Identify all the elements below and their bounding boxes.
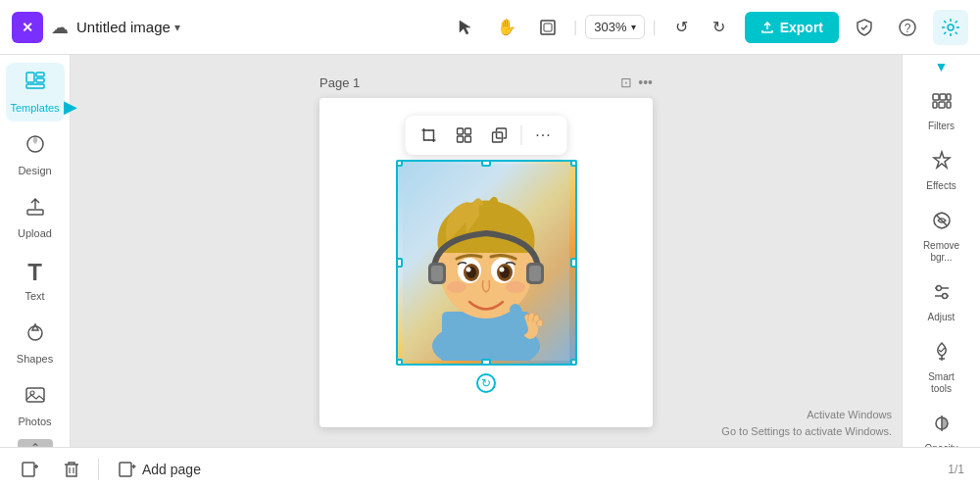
hand-tool-button[interactable]: ✋ (489, 10, 524, 45)
right-panel-arrow: ▼ (935, 59, 949, 74)
handle-bottom-middle[interactable] (481, 359, 491, 366)
sidebar-collapse-button[interactable]: ⌃ (18, 439, 53, 447)
svg-rect-7 (36, 78, 44, 82)
topbar-right: Export ? (745, 10, 968, 45)
svg-point-42 (500, 268, 505, 272)
sidebar-item-templates[interactable]: Templates (6, 63, 65, 122)
svg-point-56 (942, 294, 947, 299)
crop-button[interactable] (414, 120, 445, 151)
selected-image[interactable] (396, 160, 577, 366)
activate-line1: Activate Windows (721, 407, 892, 423)
panel-item-remove-bg[interactable]: Remove bgr... (908, 202, 975, 271)
frame-icon (539, 19, 557, 36)
handle-middle-left[interactable] (396, 258, 403, 268)
sidebar-item-shapes[interactable]: Shapes (6, 314, 65, 372)
position-icon (457, 127, 472, 143)
shapes-icon (24, 321, 46, 349)
svg-rect-48 (947, 94, 951, 100)
handle-top-right[interactable] (570, 160, 577, 167)
export-icon (760, 21, 774, 34)
photos-icon (24, 384, 46, 412)
sidebar-templates-label: Templates (10, 102, 59, 114)
panel-item-smart-tools[interactable]: Smart tools (908, 333, 975, 403)
right-panel: ▼ Filters Effects (902, 55, 980, 447)
templates-icon (24, 71, 46, 98)
svg-point-54 (936, 286, 941, 291)
topbar-left: ✕ ☁ Untitled image ▾ (12, 12, 440, 43)
add-page-icon-button[interactable] (16, 455, 45, 484)
toolbar-divider (521, 125, 522, 145)
save-icon[interactable]: ☁ (51, 17, 69, 38)
shield-button[interactable] (847, 10, 882, 45)
selected-image-container[interactable]: ··· (396, 160, 577, 366)
svg-rect-21 (493, 132, 503, 142)
cursor-icon (457, 19, 474, 36)
canvas-page[interactable]: ··· (319, 98, 653, 427)
svg-rect-51 (947, 102, 951, 108)
character-svg (403, 165, 569, 361)
handle-bottom-right[interactable] (570, 359, 577, 366)
svg-rect-66 (120, 463, 131, 476)
sidebar-more: ⌃ (18, 439, 53, 447)
settings-button[interactable] (933, 10, 968, 45)
page-count: 1/1 (948, 463, 964, 476)
svg-rect-15 (458, 128, 464, 134)
svg-rect-5 (26, 73, 34, 82)
svg-rect-1 (544, 24, 552, 31)
svg-rect-34 (529, 266, 541, 281)
duplicate-icon (492, 127, 508, 143)
duplicate-button[interactable] (484, 120, 515, 151)
sidebar-item-design[interactable]: Design (6, 125, 65, 184)
sidebar-design-label: Design (18, 165, 51, 176)
page-icon-grid[interactable]: ⊡ (620, 74, 632, 90)
svg-rect-18 (466, 136, 471, 142)
svg-rect-10 (27, 210, 43, 215)
file-title: Untitled image (76, 19, 171, 35)
add-page-button[interactable]: Add page (111, 458, 209, 481)
panel-opacity-label: Opacity (925, 443, 958, 447)
settings-icon (941, 18, 960, 37)
page-icon-more[interactable]: ••• (638, 74, 653, 90)
file-name[interactable]: Untitled image ▾ (76, 19, 180, 35)
panel-item-filters[interactable]: Filters (908, 82, 975, 140)
panel-item-opacity[interactable]: Opacity (908, 405, 975, 447)
sidebar-shapes-label: Shapes (17, 353, 53, 365)
sidebar-item-photos[interactable]: Photos (6, 376, 65, 435)
smart-tools-icon (931, 341, 953, 368)
svg-rect-49 (933, 102, 937, 108)
handle-middle-right[interactable] (570, 258, 577, 268)
handle-top-middle[interactable] (481, 160, 491, 167)
sidebar-photos-label: Photos (18, 416, 51, 427)
sidebar-item-upload[interactable]: Upload (6, 188, 65, 247)
position-button[interactable] (449, 120, 480, 151)
handle-top-left[interactable] (396, 160, 403, 167)
frame-tool-button[interactable] (530, 10, 565, 45)
panel-remove-bg-label: Remove bgr... (923, 240, 959, 264)
export-button[interactable]: Export (745, 12, 839, 43)
svg-rect-46 (933, 94, 939, 100)
handle-bottom-left[interactable] (396, 359, 403, 366)
more-options-button[interactable]: ··· (528, 120, 560, 151)
main-content: ▶ Templates Design (0, 55, 980, 447)
svg-rect-14 (424, 130, 434, 140)
undo-button[interactable]: ↺ (664, 10, 700, 45)
svg-rect-47 (940, 94, 946, 100)
opacity-icon (931, 413, 953, 439)
help-button[interactable]: ? (890, 10, 925, 45)
svg-rect-63 (23, 463, 34, 476)
add-page-label: Add page (142, 462, 201, 477)
delete-button[interactable] (57, 455, 86, 484)
select-tool-button[interactable] (448, 10, 483, 45)
canvas-area[interactable]: Page 1 ⊡ ••• (71, 55, 902, 447)
title-chevron-icon: ▾ (174, 21, 180, 34)
crop-icon (421, 127, 437, 143)
svg-rect-20 (493, 132, 503, 142)
redo-button[interactable]: ↻ (702, 10, 737, 45)
panel-item-adjust[interactable]: Adjust (908, 273, 975, 331)
rotate-handle[interactable]: ↻ (476, 373, 496, 393)
activate-windows-notice: Activate Windows Go to Settings to activ… (721, 407, 892, 439)
sidebar-item-text[interactable]: T Text (6, 251, 65, 310)
add-page-plus-icon (119, 462, 136, 477)
panel-item-effects[interactable]: Effects (908, 142, 975, 200)
zoom-control[interactable]: 303% ▾ (585, 15, 644, 39)
